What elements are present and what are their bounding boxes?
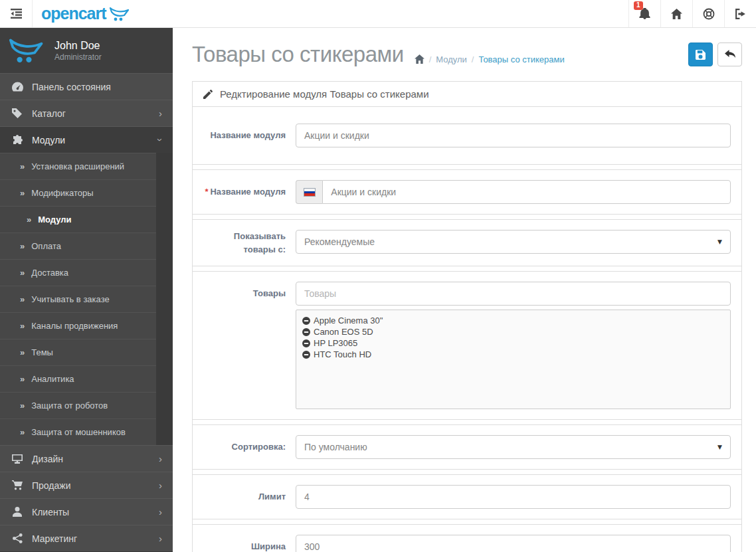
double-angle-icon	[20, 161, 25, 171]
sidebar-item-dashboard[interactable]: Панель состояния	[0, 73, 173, 100]
double-angle-icon	[20, 321, 25, 331]
double-angle-icon	[20, 188, 25, 198]
breadcrumb-home-icon[interactable]	[415, 54, 425, 64]
pencil-icon	[203, 90, 213, 99]
product-name: Apple Cinema 30"	[314, 315, 383, 326]
panel-heading-text: Редктирование модуля Товары со стикерами	[220, 88, 429, 100]
submenu-item-antifraud[interactable]: Защита от мошенников	[0, 418, 156, 445]
life-ring-icon	[703, 8, 715, 20]
submenu-item-themes[interactable]: Темы	[0, 339, 156, 365]
notifications-button[interactable]: 1	[628, 0, 660, 27]
sidebar-item-sales[interactable]: Продажи	[0, 472, 173, 498]
show-products-select[interactable]: Рекомендуемые	[296, 230, 731, 254]
field-label: Сортировка:	[203, 435, 286, 459]
sidebar-item-label: Клиенты	[32, 507, 69, 517]
limit-input[interactable]	[296, 485, 731, 509]
support-button[interactable]	[692, 0, 724, 27]
field-label: Показывать товары с:	[203, 230, 286, 256]
field-label: Лимит	[203, 485, 286, 509]
double-angle-icon	[20, 268, 25, 278]
submenu-label: Каналы продвижения	[31, 321, 118, 331]
chevron-down-icon	[155, 138, 165, 141]
submenu-item-modules[interactable]: Модули	[0, 206, 156, 232]
form-row-module-name-lang: *Название модуля	[193, 169, 741, 215]
submenu-label: Защита от роботов	[31, 401, 108, 411]
form-row-products: Товары Apple Cinema 30"	[193, 271, 741, 420]
breadcrumb-modules[interactable]: Модули	[436, 54, 467, 64]
profile-name: John Doe	[54, 39, 102, 52]
tags-icon	[11, 108, 24, 119]
form-row-module-name: Название модуля	[193, 107, 741, 165]
share-icon	[11, 533, 24, 543]
sidebar-item-label: Продажи	[32, 480, 70, 491]
submenu-item-feeds[interactable]: Каналы продвижения	[0, 312, 156, 339]
sorting-select[interactable]: По умолчанию	[296, 435, 731, 459]
submenu-item-payments[interactable]: Оплата	[0, 232, 156, 259]
minus-circle-icon	[302, 328, 310, 336]
profile-role: Administrator	[54, 52, 102, 62]
sidebar-item-modules[interactable]: Модули	[0, 126, 173, 153]
product-name: HP LP3065	[314, 337, 357, 349]
dashboard-icon	[11, 82, 24, 92]
double-angle-icon	[20, 401, 25, 411]
double-angle-icon	[27, 215, 31, 225]
sidebar-item-design[interactable]: Дизайн	[0, 445, 173, 472]
select-value: Рекомендуемые	[304, 236, 375, 247]
module-name-lang-input[interactable]	[322, 180, 731, 204]
save-button[interactable]	[688, 43, 713, 66]
product-item[interactable]: Apple Cinema 30"	[302, 315, 724, 326]
chevron-right-icon	[159, 507, 162, 517]
module-name-input[interactable]	[296, 124, 731, 147]
avatar	[9, 38, 44, 63]
sidebar-item-marketing[interactable]: Маркетинг	[0, 525, 173, 551]
storefront-button[interactable]	[660, 0, 692, 27]
home-icon	[671, 9, 682, 19]
back-button[interactable]	[717, 43, 742, 66]
double-angle-icon	[20, 374, 25, 384]
sidebar-item-label: Каталог	[32, 108, 66, 119]
topbar-actions: 1	[628, 0, 756, 27]
sidebar-item-label: Дизайн	[32, 454, 63, 464]
select-value: По умолчанию	[304, 442, 367, 452]
submenu-item-shipping[interactable]: Доставка	[0, 259, 156, 286]
minus-circle-icon	[302, 317, 310, 325]
selected-products-list[interactable]: Apple Cinema 30" Canon EOS 5D	[296, 310, 731, 409]
user-profile[interactable]: John Doe Administrator	[0, 28, 173, 73]
puzzle-icon	[11, 135, 24, 145]
submenu-item-modifications[interactable]: Модификаторы	[0, 179, 156, 206]
products-autocomplete-input[interactable]	[296, 282, 731, 306]
submenu-label: Оплата	[31, 241, 61, 251]
sidebar-item-label: Маркетинг	[32, 533, 77, 544]
reply-arrow-icon	[725, 50, 735, 59]
cart-logo-icon	[110, 7, 130, 21]
topbar: opencart 1	[0, 0, 756, 28]
submenu-item-captcha[interactable]: Защита от роботов	[0, 392, 156, 418]
sidebar-item-catalog[interactable]: Каталог	[0, 100, 173, 126]
page-title: Товары со стикерами	[192, 42, 404, 67]
width-input[interactable]	[296, 535, 731, 552]
russian-flag-icon	[304, 189, 315, 196]
field-label: Название модуля	[203, 124, 286, 147]
sidebar-item-customers[interactable]: Клиенты	[0, 498, 173, 525]
double-angle-icon	[20, 427, 25, 437]
breadcrumb-current[interactable]: Товары со стикерами	[478, 54, 564, 64]
product-item[interactable]: Canon EOS 5D	[302, 326, 724, 337]
outdent-icon	[11, 9, 22, 19]
submenu-label: Модули	[38, 215, 71, 225]
field-label: Товары	[203, 282, 286, 306]
product-item[interactable]: HTC Touch HD	[302, 349, 724, 360]
submenu-item-order-totals[interactable]: Учитывать в заказе	[0, 286, 156, 312]
submenu-item-analytics[interactable]: Аналитика	[0, 365, 156, 392]
double-angle-icon	[20, 241, 25, 251]
sidebar-collapse-button[interactable]	[0, 0, 33, 27]
submenu-label: Учитывать в заказе	[31, 294, 109, 304]
product-name: HTC Touch HD	[314, 349, 371, 360]
breadcrumb: / Модули / Товары со стикерами	[415, 54, 565, 64]
submenu-item-extension-installer[interactable]: Установка расширений	[0, 153, 156, 179]
user-icon	[11, 507, 24, 517]
logout-button[interactable]	[724, 0, 756, 27]
product-item[interactable]: HP LP3065	[302, 337, 724, 349]
opencart-logo[interactable]: opencart	[41, 0, 130, 27]
field-label: Ширина	[203, 535, 286, 552]
sidebar-item-label: Модули	[32, 135, 65, 145]
